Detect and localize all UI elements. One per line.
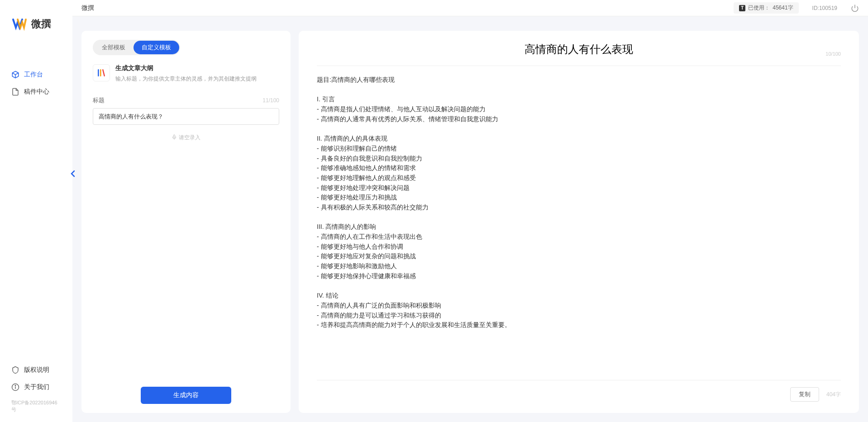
title-field-counter: 11/100	[262, 97, 279, 104]
template-icon	[93, 64, 110, 81]
divider	[317, 66, 841, 66]
power-icon[interactable]	[851, 4, 859, 12]
mic-icon	[172, 134, 177, 141]
tab-all-templates[interactable]: 全部模板	[94, 41, 134, 54]
left-panel: 全部模板 自定义模板 生成文章大纲 输入标题，为你提供文章主体的灵感，并为其创建…	[81, 31, 291, 413]
title-field-label: 标题	[93, 96, 105, 104]
template-tabs: 全部模板 自定义模板	[93, 40, 180, 55]
tab-custom-templates[interactable]: 自定义模板	[134, 41, 179, 54]
copy-button[interactable]: 复制	[790, 387, 819, 402]
sidebar-item-label: 关于我们	[24, 383, 49, 391]
document-icon	[11, 88, 19, 96]
info-icon	[11, 383, 19, 391]
user-id: ID:100519	[812, 5, 837, 11]
svg-rect-4	[174, 135, 175, 138]
template-desc: 输入标题，为你提供文章主体的灵感，并为其创建推文提纲	[115, 75, 279, 83]
header: 微撰 T 已使用： 45641字 ID:100519	[72, 0, 868, 16]
output-title-counter: 10/100	[825, 51, 841, 57]
usage-badge: T 已使用： 45641字	[734, 2, 798, 14]
sidebar-item-workspace[interactable]: 工作台	[0, 66, 72, 83]
text-icon: T	[739, 5, 745, 11]
sidebar-item-drafts[interactable]: 稿件中心	[0, 83, 72, 100]
voice-input-button[interactable]: 请空录入	[93, 134, 279, 142]
sidebar-item-copyright[interactable]: 版权说明	[11, 361, 61, 379]
output-panel: 高情商的人有什么表现 10/100 题目:高情商的人有哪些表现 I. 引言 - …	[299, 31, 859, 413]
logo-icon	[11, 16, 28, 32]
word-count: 404字	[826, 391, 841, 398]
sidebar-item-label: 版权说明	[24, 366, 49, 374]
sidebar-item-label: 工作台	[24, 71, 43, 79]
icp-text: 鄂ICP备2022016946号	[0, 396, 72, 413]
usage-label: 已使用：	[748, 4, 770, 12]
voice-input-label: 请空录入	[179, 134, 200, 142]
template-title: 生成文章大纲	[115, 64, 279, 72]
logo-text: 微撰	[31, 17, 51, 31]
sidebar-collapse-handle[interactable]	[70, 170, 76, 178]
title-input[interactable]	[93, 108, 279, 125]
generate-button[interactable]: 生成内容	[141, 387, 231, 404]
header-title: 微撰	[81, 4, 94, 12]
sidebar: 微撰 工作台 稿	[0, 0, 72, 422]
cube-icon	[11, 71, 19, 79]
sidebar-item-label: 稿件中心	[24, 88, 49, 96]
shield-icon	[11, 366, 19, 374]
logo: 微撰	[0, 9, 72, 43]
svg-point-2	[15, 385, 16, 386]
template-card: 生成文章大纲 输入标题，为你提供文章主体的灵感，并为其创建推文提纲	[93, 64, 279, 83]
output-body: 题目:高情商的人有哪些表现 I. 引言 - 高情商是指人们处理情绪、与他人互动以…	[317, 75, 841, 373]
usage-value: 45641字	[773, 4, 793, 12]
output-title: 高情商的人有什么表现	[317, 42, 841, 57]
sidebar-item-about[interactable]: 关于我们	[11, 379, 61, 396]
